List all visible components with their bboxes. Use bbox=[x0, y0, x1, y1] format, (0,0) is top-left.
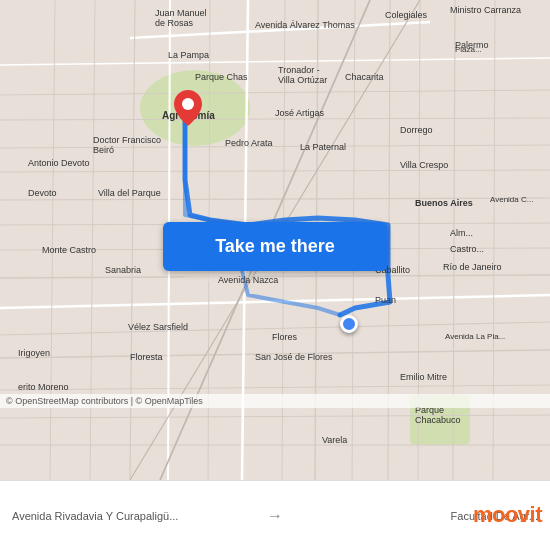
moovit-text: moovit bbox=[473, 502, 542, 528]
destination-marker bbox=[174, 90, 202, 130]
svg-rect-34 bbox=[185, 270, 240, 282]
arrow-icon: → bbox=[267, 507, 283, 525]
map-container: Colegiales Ministro Carranza Palermo Pla… bbox=[0, 0, 550, 480]
origin-marker bbox=[340, 315, 358, 333]
svg-point-35 bbox=[182, 98, 194, 110]
take-me-there-button[interactable]: Take me there bbox=[163, 222, 387, 271]
attribution: © OpenStreetMap contributors | © OpenMap… bbox=[0, 394, 550, 408]
origin-label: Avenida Rivadavia Y Curapaligü... bbox=[12, 510, 259, 522]
moovit-logo: moovit bbox=[473, 480, 542, 550]
bottom-bar: Avenida Rivadavia Y Curapaligü... → Facu… bbox=[0, 480, 550, 550]
